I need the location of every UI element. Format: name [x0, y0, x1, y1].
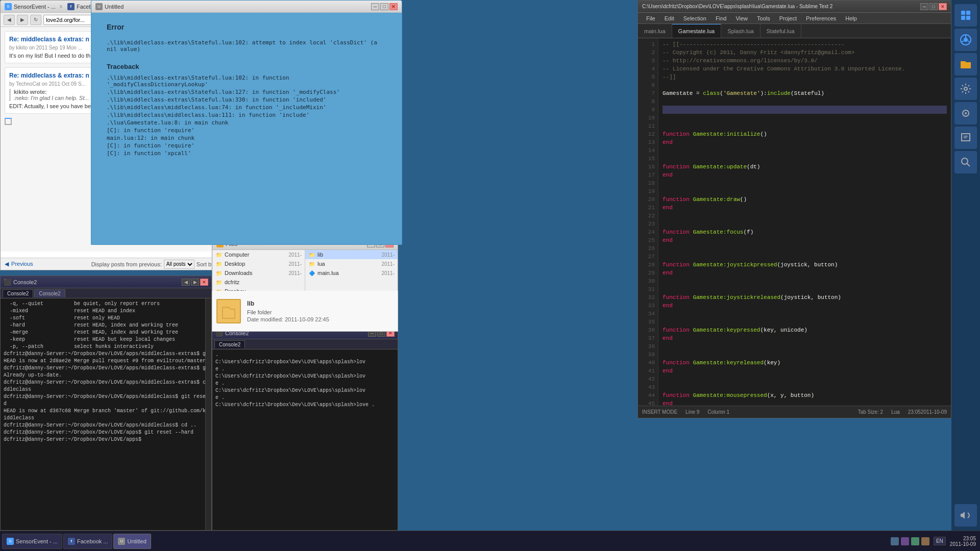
- sublime-maximize-btn[interactable]: □: [929, 3, 938, 10]
- error-close-btn[interactable]: ✕: [389, 3, 398, 10]
- code-line: [663, 81, 947, 89]
- tray-icon-2[interactable]: [901, 537, 909, 545]
- console-line: -soft reset only HEAD: [4, 315, 208, 322]
- console-line: e .: [215, 380, 395, 387]
- all-posts-select[interactable]: All posts: [164, 260, 194, 269]
- tray-icon-1[interactable]: [891, 537, 899, 545]
- browser-refresh-btn[interactable]: ↻: [30, 15, 41, 25]
- prev-link[interactable]: ◀ Previous: [5, 261, 33, 267]
- menu-selection[interactable]: Selection: [679, 14, 710, 22]
- error-maximize-btn[interactable]: □: [380, 3, 388, 10]
- code-line: [663, 310, 947, 318]
- sidebar-icon-gear[interactable]: [954, 78, 977, 100]
- console-left-close-btn[interactable]: ✕: [200, 279, 208, 286]
- file-item-mainlua[interactable]: 🔷 main.lua 2011-: [305, 268, 398, 278]
- file-item-lib[interactable]: 📁 lib 2011-: [305, 250, 398, 259]
- taskbar-item-facebook[interactable]: f Facebook ...: [63, 534, 113, 549]
- code-line: end: [663, 171, 947, 179]
- line-number: 18: [638, 179, 658, 187]
- browser-forward-btn[interactable]: ▶: [17, 15, 28, 25]
- sidebar-icon-chrome[interactable]: [954, 29, 977, 51]
- line-number: 9: [638, 106, 658, 114]
- browser-back-btn[interactable]: ◀: [4, 15, 15, 25]
- file-item-downloads[interactable]: 📁 Downloads 2011-: [212, 268, 305, 278]
- error-favicon: U: [95, 3, 103, 10]
- menu-help[interactable]: Help: [841, 14, 861, 22]
- line-number: 42: [638, 375, 658, 383]
- console-left-tab-2[interactable]: Console2: [34, 289, 65, 297]
- menu-project[interactable]: Project: [775, 14, 801, 22]
- file-item-desktop[interactable]: 📁 Desktop 2011-: [212, 259, 305, 268]
- code-line: [663, 187, 947, 195]
- code-line: function Gamestate:initialize(): [663, 130, 947, 138]
- sublime-close-btn[interactable]: ✕: [939, 3, 947, 10]
- svg-point-11: [965, 112, 967, 114]
- code-line: function Gamestate:update(dt): [663, 163, 947, 171]
- code-line: -- Licensed under the Creative Commons A…: [663, 65, 947, 73]
- code-content[interactable]: -- [[-----------------------------------…: [658, 38, 951, 406]
- sublime-tab-main[interactable]: main.lua: [638, 24, 672, 38]
- line-number: 7: [638, 89, 658, 97]
- taskbar-item-sensor[interactable]: S SensorEvent - ...: [2, 534, 62, 549]
- line-number: 28: [638, 261, 658, 269]
- tray-icon-4[interactable]: [921, 537, 929, 545]
- line-number: 15: [638, 155, 658, 163]
- file-item-lib-date: 2011-: [381, 252, 395, 258]
- file-item-computer[interactable]: 📁 Computer 2011-: [212, 250, 305, 259]
- line-number: 36: [638, 326, 658, 334]
- error-dialog-title: Untitled: [105, 4, 124, 10]
- taskbar-item-untitled[interactable]: U Untitled: [113, 534, 151, 549]
- traceback-line: .\lua\Gamestate.lua:8: in main chunk: [107, 119, 386, 126]
- file-info-pane: lib File folder Date modified: 2011-10-0…: [212, 291, 398, 332]
- sidebar-icon-music[interactable]: [954, 102, 977, 124]
- sublime-tab-splash-label: Splash.lua: [727, 28, 753, 34]
- taskbar-items: S SensorEvent - ... f Facebook ... U Unt…: [0, 534, 887, 549]
- sublime-menubar: File Edit Selection Find View Tools Proj…: [638, 13, 951, 24]
- file-item-lua[interactable]: 📁 lua 2011-: [305, 259, 398, 268]
- sublime-tab-gamestate[interactable]: Gamestate.lua: [672, 24, 722, 38]
- menu-view[interactable]: View: [731, 14, 752, 22]
- sidebar-icon-chat[interactable]: [954, 127, 977, 149]
- console-right-content: .C:\Users\dcfritz\Dropbox\Dev\LOVE\apps\…: [212, 349, 398, 530]
- console-left-nav-prev[interactable]: ◀: [182, 279, 190, 286]
- console-line: HEAD is now at 2d8ae2e Merge pull reques…: [4, 358, 208, 365]
- console-left-scrollbar[interactable]: [205, 298, 211, 530]
- menu-tools[interactable]: Tools: [753, 14, 774, 22]
- sublime-statusbar: INSERT MODE Line 9 Column 1 Tab Size: 2 …: [638, 406, 951, 418]
- browser-tab1[interactable]: SensorEvent - ...: [14, 4, 56, 10]
- code-line: Gamestate = class('Gamestate'):include(S…: [663, 89, 947, 97]
- file-item-dcfritz[interactable]: 📁 dcfritz: [212, 278, 305, 287]
- menu-preferences[interactable]: Preferences: [802, 14, 840, 22]
- sidebar-icon-vol[interactable]: [954, 504, 977, 527]
- menu-file[interactable]: File: [642, 14, 659, 22]
- line-number: 4: [638, 65, 658, 73]
- error-content: Error .\lib\middleclass-extras\Stateful.…: [91, 13, 402, 168]
- sublime-tab-stateful[interactable]: Stateful.lua: [761, 24, 801, 38]
- folder-icon-dcfritz: 📁: [215, 279, 223, 286]
- console-line: C:\Users\dcfritz\Dropbox\Dev\LOVE\apps\s…: [215, 387, 395, 394]
- sidebar-icon-folder[interactable]: [954, 53, 977, 76]
- error-minimize-btn[interactable]: ─: [371, 3, 379, 10]
- sidebar-icon-1[interactable]: [954, 4, 977, 27]
- file-info-type: File folder: [247, 309, 329, 315]
- code-line: -- http://creativecommons.org/licenses/b…: [663, 57, 947, 65]
- clock-time: 23:05: [963, 536, 976, 541]
- console-left-tab-1[interactable]: Console2: [3, 289, 33, 297]
- menu-find[interactable]: Find: [712, 14, 730, 22]
- sublime-tab-splash[interactable]: Splash.lua: [721, 24, 760, 38]
- line-number: 23: [638, 220, 658, 228]
- sidebar-icon-search[interactable]: [954, 151, 977, 173]
- line-number: 20: [638, 195, 658, 204]
- tray-icon-3[interactable]: [911, 537, 919, 545]
- svg-rect-1: [966, 11, 970, 15]
- file-item-desktop-label: Desktop: [225, 261, 245, 267]
- traceback-line: .\lib\middleclass\middleclass.lua:111: i…: [107, 112, 386, 118]
- console-left-nav-next[interactable]: ▶: [191, 279, 199, 286]
- console-right-tab-1[interactable]: Console2: [214, 340, 245, 348]
- menu-edit[interactable]: Edit: [660, 14, 678, 22]
- line-number: 14: [638, 146, 658, 155]
- sublime-minimize-btn[interactable]: ─: [920, 3, 928, 10]
- quote-body-2: :neko: I'm glad I can help. St...: [14, 95, 89, 101]
- code-line: [663, 383, 947, 391]
- prev-label: Previous: [11, 261, 33, 267]
